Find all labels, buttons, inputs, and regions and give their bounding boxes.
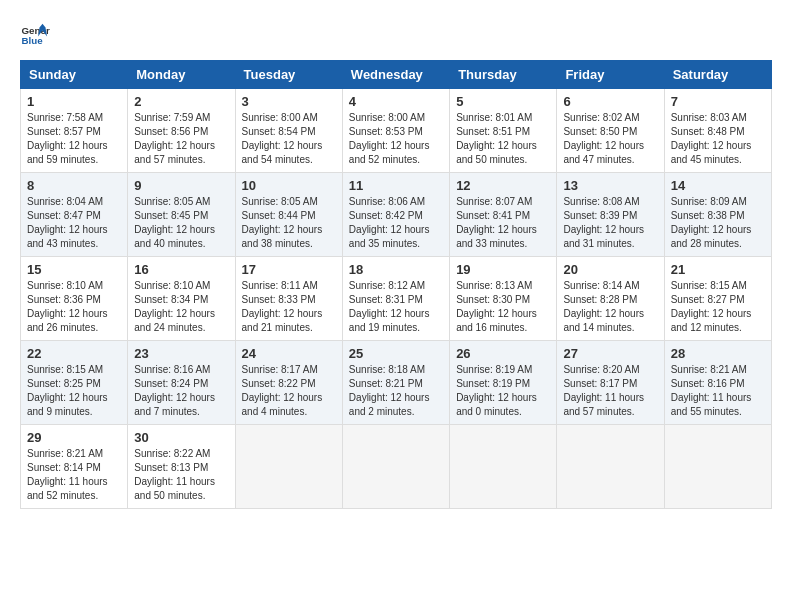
calendar-day-cell: 2 Sunrise: 7:59 AMSunset: 8:56 PMDayligh… bbox=[128, 89, 235, 173]
calendar-day-cell bbox=[664, 425, 771, 509]
day-info: Sunrise: 8:07 AMSunset: 8:41 PMDaylight:… bbox=[456, 196, 537, 249]
day-of-week-header: Tuesday bbox=[235, 61, 342, 89]
day-number: 25 bbox=[349, 346, 443, 361]
logo: General Blue bbox=[20, 20, 50, 50]
calendar-day-cell: 24 Sunrise: 8:17 AMSunset: 8:22 PMDaylig… bbox=[235, 341, 342, 425]
day-number: 30 bbox=[134, 430, 228, 445]
day-of-week-header: Saturday bbox=[664, 61, 771, 89]
day-info: Sunrise: 8:05 AMSunset: 8:44 PMDaylight:… bbox=[242, 196, 323, 249]
calendar-day-cell: 8 Sunrise: 8:04 AMSunset: 8:47 PMDayligh… bbox=[21, 173, 128, 257]
day-number: 8 bbox=[27, 178, 121, 193]
calendar-day-cell: 16 Sunrise: 8:10 AMSunset: 8:34 PMDaylig… bbox=[128, 257, 235, 341]
day-info: Sunrise: 8:08 AMSunset: 8:39 PMDaylight:… bbox=[563, 196, 644, 249]
day-of-week-header: Thursday bbox=[450, 61, 557, 89]
calendar-day-cell: 12 Sunrise: 8:07 AMSunset: 8:41 PMDaylig… bbox=[450, 173, 557, 257]
calendar-day-cell: 11 Sunrise: 8:06 AMSunset: 8:42 PMDaylig… bbox=[342, 173, 449, 257]
day-info: Sunrise: 8:00 AMSunset: 8:54 PMDaylight:… bbox=[242, 112, 323, 165]
day-info: Sunrise: 8:22 AMSunset: 8:13 PMDaylight:… bbox=[134, 448, 215, 501]
day-number: 27 bbox=[563, 346, 657, 361]
day-number: 9 bbox=[134, 178, 228, 193]
calendar-week-row: 8 Sunrise: 8:04 AMSunset: 8:47 PMDayligh… bbox=[21, 173, 772, 257]
calendar-week-row: 29 Sunrise: 8:21 AMSunset: 8:14 PMDaylig… bbox=[21, 425, 772, 509]
day-number: 18 bbox=[349, 262, 443, 277]
calendar-table: SundayMondayTuesdayWednesdayThursdayFrid… bbox=[20, 60, 772, 509]
calendar-day-cell: 17 Sunrise: 8:11 AMSunset: 8:33 PMDaylig… bbox=[235, 257, 342, 341]
day-info: Sunrise: 8:10 AMSunset: 8:36 PMDaylight:… bbox=[27, 280, 108, 333]
day-info: Sunrise: 8:20 AMSunset: 8:17 PMDaylight:… bbox=[563, 364, 644, 417]
day-number: 4 bbox=[349, 94, 443, 109]
day-info: Sunrise: 8:06 AMSunset: 8:42 PMDaylight:… bbox=[349, 196, 430, 249]
calendar-day-cell: 27 Sunrise: 8:20 AMSunset: 8:17 PMDaylig… bbox=[557, 341, 664, 425]
day-info: Sunrise: 8:02 AMSunset: 8:50 PMDaylight:… bbox=[563, 112, 644, 165]
day-number: 13 bbox=[563, 178, 657, 193]
calendar-day-cell: 9 Sunrise: 8:05 AMSunset: 8:45 PMDayligh… bbox=[128, 173, 235, 257]
day-info: Sunrise: 8:21 AMSunset: 8:14 PMDaylight:… bbox=[27, 448, 108, 501]
day-info: Sunrise: 8:12 AMSunset: 8:31 PMDaylight:… bbox=[349, 280, 430, 333]
day-number: 26 bbox=[456, 346, 550, 361]
calendar-day-cell: 14 Sunrise: 8:09 AMSunset: 8:38 PMDaylig… bbox=[664, 173, 771, 257]
day-info: Sunrise: 8:14 AMSunset: 8:28 PMDaylight:… bbox=[563, 280, 644, 333]
day-info: Sunrise: 8:17 AMSunset: 8:22 PMDaylight:… bbox=[242, 364, 323, 417]
calendar-week-row: 22 Sunrise: 8:15 AMSunset: 8:25 PMDaylig… bbox=[21, 341, 772, 425]
calendar-week-row: 1 Sunrise: 7:58 AMSunset: 8:57 PMDayligh… bbox=[21, 89, 772, 173]
svg-text:Blue: Blue bbox=[22, 35, 44, 46]
day-info: Sunrise: 8:10 AMSunset: 8:34 PMDaylight:… bbox=[134, 280, 215, 333]
calendar-day-cell: 26 Sunrise: 8:19 AMSunset: 8:19 PMDaylig… bbox=[450, 341, 557, 425]
day-info: Sunrise: 8:03 AMSunset: 8:48 PMDaylight:… bbox=[671, 112, 752, 165]
day-number: 19 bbox=[456, 262, 550, 277]
day-info: Sunrise: 8:15 AMSunset: 8:25 PMDaylight:… bbox=[27, 364, 108, 417]
calendar-header-row: SundayMondayTuesdayWednesdayThursdayFrid… bbox=[21, 61, 772, 89]
day-number: 5 bbox=[456, 94, 550, 109]
day-of-week-header: Friday bbox=[557, 61, 664, 89]
day-number: 10 bbox=[242, 178, 336, 193]
day-of-week-header: Wednesday bbox=[342, 61, 449, 89]
day-number: 11 bbox=[349, 178, 443, 193]
calendar-day-cell: 30 Sunrise: 8:22 AMSunset: 8:13 PMDaylig… bbox=[128, 425, 235, 509]
day-info: Sunrise: 8:21 AMSunset: 8:16 PMDaylight:… bbox=[671, 364, 752, 417]
day-info: Sunrise: 8:19 AMSunset: 8:19 PMDaylight:… bbox=[456, 364, 537, 417]
calendar-day-cell: 20 Sunrise: 8:14 AMSunset: 8:28 PMDaylig… bbox=[557, 257, 664, 341]
day-info: Sunrise: 8:11 AMSunset: 8:33 PMDaylight:… bbox=[242, 280, 323, 333]
day-info: Sunrise: 8:05 AMSunset: 8:45 PMDaylight:… bbox=[134, 196, 215, 249]
calendar-day-cell: 5 Sunrise: 8:01 AMSunset: 8:51 PMDayligh… bbox=[450, 89, 557, 173]
day-number: 1 bbox=[27, 94, 121, 109]
calendar-day-cell: 4 Sunrise: 8:00 AMSunset: 8:53 PMDayligh… bbox=[342, 89, 449, 173]
day-of-week-header: Sunday bbox=[21, 61, 128, 89]
calendar-day-cell: 7 Sunrise: 8:03 AMSunset: 8:48 PMDayligh… bbox=[664, 89, 771, 173]
day-number: 16 bbox=[134, 262, 228, 277]
day-info: Sunrise: 8:13 AMSunset: 8:30 PMDaylight:… bbox=[456, 280, 537, 333]
calendar-day-cell: 19 Sunrise: 8:13 AMSunset: 8:30 PMDaylig… bbox=[450, 257, 557, 341]
day-info: Sunrise: 8:09 AMSunset: 8:38 PMDaylight:… bbox=[671, 196, 752, 249]
calendar-day-cell: 25 Sunrise: 8:18 AMSunset: 8:21 PMDaylig… bbox=[342, 341, 449, 425]
calendar-day-cell: 10 Sunrise: 8:05 AMSunset: 8:44 PMDaylig… bbox=[235, 173, 342, 257]
calendar-day-cell bbox=[235, 425, 342, 509]
day-info: Sunrise: 7:59 AMSunset: 8:56 PMDaylight:… bbox=[134, 112, 215, 165]
day-info: Sunrise: 8:15 AMSunset: 8:27 PMDaylight:… bbox=[671, 280, 752, 333]
day-number: 24 bbox=[242, 346, 336, 361]
calendar-day-cell bbox=[450, 425, 557, 509]
calendar-day-cell: 28 Sunrise: 8:21 AMSunset: 8:16 PMDaylig… bbox=[664, 341, 771, 425]
logo-icon: General Blue bbox=[20, 20, 50, 50]
calendar-day-cell: 6 Sunrise: 8:02 AMSunset: 8:50 PMDayligh… bbox=[557, 89, 664, 173]
calendar-day-cell: 15 Sunrise: 8:10 AMSunset: 8:36 PMDaylig… bbox=[21, 257, 128, 341]
calendar-week-row: 15 Sunrise: 8:10 AMSunset: 8:36 PMDaylig… bbox=[21, 257, 772, 341]
calendar-day-cell: 29 Sunrise: 8:21 AMSunset: 8:14 PMDaylig… bbox=[21, 425, 128, 509]
day-number: 23 bbox=[134, 346, 228, 361]
day-number: 20 bbox=[563, 262, 657, 277]
day-number: 17 bbox=[242, 262, 336, 277]
day-number: 2 bbox=[134, 94, 228, 109]
day-info: Sunrise: 8:00 AMSunset: 8:53 PMDaylight:… bbox=[349, 112, 430, 165]
calendar-day-cell: 3 Sunrise: 8:00 AMSunset: 8:54 PMDayligh… bbox=[235, 89, 342, 173]
day-number: 3 bbox=[242, 94, 336, 109]
day-info: Sunrise: 8:04 AMSunset: 8:47 PMDaylight:… bbox=[27, 196, 108, 249]
day-info: Sunrise: 8:16 AMSunset: 8:24 PMDaylight:… bbox=[134, 364, 215, 417]
day-of-week-header: Monday bbox=[128, 61, 235, 89]
calendar-day-cell: 22 Sunrise: 8:15 AMSunset: 8:25 PMDaylig… bbox=[21, 341, 128, 425]
day-info: Sunrise: 8:18 AMSunset: 8:21 PMDaylight:… bbox=[349, 364, 430, 417]
day-number: 14 bbox=[671, 178, 765, 193]
calendar-day-cell: 23 Sunrise: 8:16 AMSunset: 8:24 PMDaylig… bbox=[128, 341, 235, 425]
calendar-day-cell: 18 Sunrise: 8:12 AMSunset: 8:31 PMDaylig… bbox=[342, 257, 449, 341]
day-number: 15 bbox=[27, 262, 121, 277]
day-info: Sunrise: 8:01 AMSunset: 8:51 PMDaylight:… bbox=[456, 112, 537, 165]
day-number: 7 bbox=[671, 94, 765, 109]
